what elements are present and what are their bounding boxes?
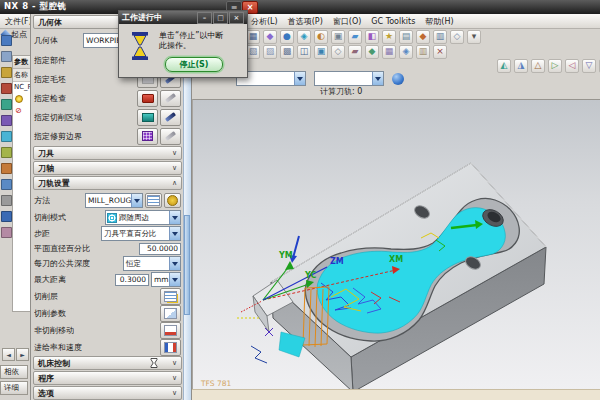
method-list-icon <box>147 195 160 206</box>
maximize-button[interactable]: □ <box>213 12 228 24</box>
xm-axis-label: XM <box>389 255 403 264</box>
percent-diameter-input[interactable]: 50.0000 <box>139 243 181 255</box>
toolbar-icon[interactable]: ◫ <box>297 45 311 59</box>
toolbar-icon[interactable]: ▦ <box>382 45 396 59</box>
toolbar-icon[interactable]: ▷ <box>548 59 562 73</box>
method-select[interactable]: MILL_ROUGH <box>85 193 143 208</box>
section-tool[interactable]: 刀具 ∨ <box>33 146 182 160</box>
minimize-button[interactable]: – <box>197 12 212 24</box>
resource-icon[interactable] <box>1 99 12 110</box>
resource-icon[interactable] <box>1 195 12 206</box>
toolbar-icon[interactable]: ▦ <box>246 30 260 44</box>
menu-item[interactable]: 帮助(H) <box>420 16 458 27</box>
feeds-speeds-button[interactable] <box>160 339 181 356</box>
menu-item[interactable]: 窗口(O) <box>328 16 367 27</box>
scrollbar-thumb[interactable] <box>184 215 190 315</box>
toolbar-icon[interactable]: ◇ <box>331 45 345 59</box>
stop-button[interactable]: 停止(S) <box>165 57 223 72</box>
toolbar-icon[interactable]: ◁ <box>565 59 579 73</box>
toolbar-icon[interactable]: ▤ <box>399 30 413 44</box>
toolbar-icon[interactable]: ◆ <box>416 30 430 44</box>
chevron-down-icon[interactable] <box>372 72 383 85</box>
section-machine-control[interactable]: 机床控制 ∨ <box>33 356 182 370</box>
toolbar-icon[interactable]: △ <box>531 59 545 73</box>
menu-item[interactable]: GC Toolkits <box>366 17 420 26</box>
feeds-speeds-row: 进给率和速度 <box>33 339 182 355</box>
toolbar-icon[interactable]: ◆ <box>263 30 277 44</box>
section-program[interactable]: 程序 ∨ <box>33 371 182 385</box>
graphics-viewport[interactable]: YM YC ZM XM TFS 781 <box>192 99 600 390</box>
toolbar-icon[interactable]: ▰ <box>348 45 362 59</box>
cut-pattern-select[interactable]: 跟随周边 <box>105 210 181 225</box>
menu-item[interactable]: 首选项(P) <box>283 16 328 27</box>
chevron-down-icon[interactable] <box>169 273 180 286</box>
select-cut-area-button[interactable] <box>137 109 158 126</box>
non-cutting-moves-button[interactable] <box>160 322 181 339</box>
toolbar-icon[interactable]: ▥ <box>433 30 447 44</box>
toolbar-icon[interactable]: ▣ <box>331 30 345 44</box>
chevron-down-icon[interactable] <box>169 211 180 224</box>
details-tab[interactable]: 详细 <box>0 381 28 395</box>
toolbar-icon[interactable]: ◭ <box>497 59 511 73</box>
dependencies-tab[interactable]: 相依 <box>0 365 28 379</box>
toolbar-icon[interactable]: ▣ <box>314 45 328 59</box>
toolbar-icon[interactable]: ▾ <box>467 30 481 44</box>
new-method-button[interactable] <box>145 193 162 208</box>
chevron-down-icon[interactable] <box>294 72 305 85</box>
toolbar-icon[interactable]: ▧ <box>246 45 260 59</box>
max-distance-unit-select[interactable]: mm <box>151 272 181 287</box>
view-orient-sphere-icon[interactable] <box>392 73 404 85</box>
menu-item[interactable]: 分析(L) <box>246 16 283 27</box>
toolbar-icon[interactable]: ◆ <box>365 45 379 59</box>
resource-icon[interactable] <box>1 211 12 222</box>
resource-icon[interactable] <box>1 115 12 126</box>
chevron-down-icon[interactable] <box>169 227 180 240</box>
resource-icon[interactable] <box>1 163 12 174</box>
nx-application-window: { "window": { "title": "NX 8 - 型腔铣", "me… <box>0 0 600 400</box>
toolbar-icon[interactable]: ◮ <box>514 59 528 73</box>
scroll-left-button[interactable]: ◄ <box>2 348 15 361</box>
toolbar-icon[interactable]: ★ <box>382 30 396 44</box>
section-tool-axis[interactable]: 刀轴 ∨ <box>33 161 182 175</box>
chevron-down-icon[interactable] <box>131 194 142 207</box>
scroll-right-button[interactable]: ► <box>16 348 29 361</box>
resource-icon[interactable] <box>1 83 12 94</box>
toolbar-icon[interactable]: ▥ <box>416 45 430 59</box>
resource-icon[interactable] <box>1 51 12 62</box>
select-check-button[interactable] <box>137 90 158 107</box>
toolbar-icon[interactable]: ◧ <box>365 30 379 44</box>
toolbar-icon[interactable]: ◐ <box>314 30 328 44</box>
resource-icon[interactable] <box>1 147 12 158</box>
resource-icon[interactable] <box>1 35 12 46</box>
edit-method-button[interactable] <box>164 193 181 208</box>
cut-levels-button[interactable] <box>160 288 181 305</box>
toolbar-icon[interactable]: ▩ <box>280 45 294 59</box>
selection-filter-select[interactable] <box>314 71 384 86</box>
resource-icon[interactable] <box>1 131 12 142</box>
toolbar-icon[interactable]: ▰ <box>348 30 362 44</box>
toolbar-icon[interactable]: ◈ <box>399 45 413 59</box>
depth-per-cut-select[interactable]: 恒定 <box>123 256 181 271</box>
stepover-select[interactable]: 刀具平直百分比 <box>101 226 181 241</box>
close-button[interactable]: × <box>229 12 244 24</box>
resource-icon[interactable] <box>1 67 12 78</box>
max-distance-input[interactable]: 0.3000 <box>115 274 149 286</box>
progress-titlebar[interactable]: 工作进行中 – □ × <box>119 11 247 24</box>
display-cut-area-button[interactable] <box>160 109 181 126</box>
section-path-settings[interactable]: 刀轨设置 ∧ <box>33 176 182 190</box>
toolbar-icon[interactable]: ◈ <box>297 30 311 44</box>
toolbar-icon[interactable]: × <box>433 45 447 59</box>
toolbar-icon[interactable]: ▽ <box>582 59 596 73</box>
select-trim-boundary-button[interactable] <box>137 128 158 145</box>
toolbar-icon[interactable]: ▨ <box>263 45 277 59</box>
navigator-tree-item[interactable]: NC_P <box>13 82 31 92</box>
display-trim-boundary-button[interactable] <box>160 128 181 145</box>
resource-icon[interactable] <box>1 227 12 238</box>
chevron-down-icon[interactable] <box>169 257 180 270</box>
resource-icon[interactable] <box>1 179 12 190</box>
section-options[interactable]: 选项 ∨ <box>33 386 182 400</box>
cutting-parameters-button[interactable] <box>160 305 181 322</box>
display-check-button[interactable] <box>160 90 181 107</box>
toolbar-icon[interactable]: ● <box>280 30 294 44</box>
toolbar-icon[interactable]: ◇ <box>450 30 464 44</box>
